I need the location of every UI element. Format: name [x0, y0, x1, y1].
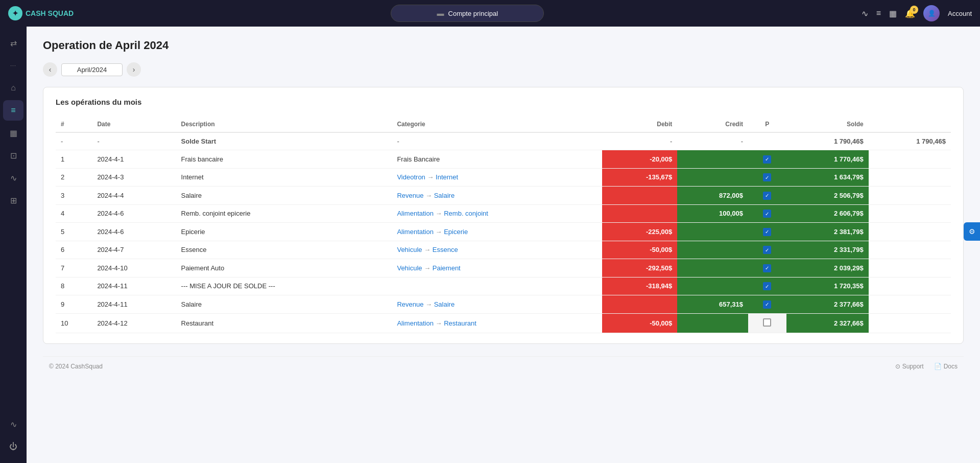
- avatar[interactable]: 👤: [923, 5, 940, 21]
- cell-credit: [677, 241, 748, 259]
- checkbox-checked[interactable]: ✓: [763, 300, 771, 309]
- cell-categorie[interactable]: Vehicule → Essence: [392, 241, 602, 259]
- cell-num: 7: [56, 259, 92, 277]
- sidebar-item-calendar[interactable]: ▦: [3, 123, 23, 143]
- table-row: 102024-4-12RestaurantAlimentation → Rest…: [56, 313, 951, 333]
- col-credit: Credit: [677, 117, 748, 132]
- checkbox-checked[interactable]: ✓: [763, 173, 771, 181]
- cell-categorie[interactable]: Vehicule → Paiement: [392, 259, 602, 277]
- card-title: Les opérations du mois: [56, 98, 951, 106]
- account-selector-label: Compte principal: [448, 10, 498, 17]
- arrow-icon: →: [425, 300, 434, 308]
- sidebar-item-activity[interactable]: ∿: [3, 414, 23, 434]
- cell-categorie[interactable]: Alimentation → Remb. conjoint: [392, 204, 602, 223]
- arrow-icon: →: [425, 192, 434, 199]
- arrow-icon: →: [424, 246, 433, 253]
- cell-p[interactable]: ✓: [748, 223, 786, 241]
- checkbox-unchecked[interactable]: [763, 318, 771, 327]
- cell-p[interactable]: ✓: [748, 204, 786, 223]
- activity-icon[interactable]: ∿: [862, 9, 868, 18]
- cell-p[interactable]: ✓: [748, 187, 786, 205]
- category-link[interactable]: Revenue → Salaire: [397, 300, 455, 308]
- checkbox-checked[interactable]: ✓: [763, 192, 771, 200]
- cell-solde: 2 506,79$: [786, 187, 869, 205]
- sidebar-item-chart[interactable]: ∿: [3, 168, 23, 188]
- cell-p[interactable]: ✓: [748, 259, 786, 277]
- category-link[interactable]: Revenue → Salaire: [397, 192, 455, 199]
- account-label[interactable]: Account: [948, 10, 972, 17]
- checkbox-checked[interactable]: ✓: [763, 246, 771, 254]
- docs-link[interactable]: 📄 Docs: [934, 363, 958, 370]
- checkbox-checked[interactable]: ✓: [763, 264, 771, 272]
- cell-solde: 1 720,35$: [786, 277, 869, 295]
- cell-credit: [677, 313, 748, 333]
- menu-icon[interactable]: ≡: [876, 9, 881, 18]
- cell-categorie[interactable]: Alimentation → Restaurant: [392, 313, 602, 333]
- col-categorie: Categorie: [392, 117, 602, 132]
- sidebar-item-home[interactable]: ⌂: [3, 78, 23, 98]
- cell-num: -: [56, 132, 92, 150]
- cell-categorie[interactable]: Videotron → Internet: [392, 168, 602, 187]
- sidebar-item-power[interactable]: ⏻: [3, 436, 23, 457]
- checkbox-checked[interactable]: ✓: [763, 155, 771, 164]
- cell-debit: -318,94$: [602, 277, 678, 295]
- sidebar-item-report[interactable]: ⊞: [3, 190, 23, 211]
- cell-num: 9: [56, 295, 92, 314]
- cell-description: Remb. conjoint epicerie: [176, 204, 392, 223]
- category-link[interactable]: Alimentation → Remb. conjoint: [397, 210, 488, 217]
- cell-p[interactable]: ✓: [748, 277, 786, 295]
- cell-date: 2024-4-7: [92, 241, 176, 259]
- cell-categorie[interactable]: Revenue → Salaire: [392, 187, 602, 205]
- category-link[interactable]: Vehicule → Essence: [397, 246, 458, 253]
- period-prev-button[interactable]: ‹: [43, 62, 57, 77]
- cell-debit: [602, 204, 678, 223]
- right-settings-button[interactable]: ⚙: [964, 222, 980, 241]
- checkbox-checked[interactable]: ✓: [763, 210, 771, 218]
- cell-date: 2024-4-11: [92, 277, 176, 295]
- period-next-button[interactable]: ›: [127, 62, 141, 77]
- cell-num: 10: [56, 313, 92, 333]
- cell-date: 2024-4-12: [92, 313, 176, 333]
- cell-solde: 2 606,79$: [786, 204, 869, 223]
- support-link[interactable]: ⊙ Support: [895, 363, 924, 370]
- period-input[interactable]: [61, 63, 123, 76]
- app-name: CASH SQUAD: [26, 9, 74, 17]
- cell-p[interactable]: ✓: [748, 241, 786, 259]
- cell-p[interactable]: [748, 313, 786, 333]
- checkbox-checked[interactable]: ✓: [763, 282, 771, 290]
- cell-solde: 2 039,29$: [786, 259, 869, 277]
- category-link[interactable]: Videotron → Internet: [397, 173, 458, 181]
- category-link[interactable]: Alimentation → Restaurant: [397, 319, 476, 327]
- page-title: Operation de April 2024: [43, 39, 964, 52]
- account-selector[interactable]: ▬ Compte principal: [391, 5, 544, 22]
- cell-categorie[interactable]: Revenue → Salaire: [392, 295, 602, 314]
- cell-p[interactable]: ✓: [748, 295, 786, 314]
- sidebar-item-sync[interactable]: ⇄: [3, 33, 23, 53]
- cell-credit: 100,00$: [677, 204, 748, 223]
- cell-description: Frais bancaire: [176, 150, 392, 169]
- sidebar-item-list[interactable]: ≡: [3, 100, 23, 121]
- cell-date: 2024-4-3: [92, 168, 176, 187]
- arrow-icon: →: [436, 319, 444, 327]
- cell-solde: 2 327,66$: [786, 313, 869, 333]
- cell-date: 2024-4-10: [92, 259, 176, 277]
- sidebar-item-dots[interactable]: ···: [3, 55, 23, 76]
- cell-debit: -50,00$: [602, 313, 678, 333]
- notification-icon[interactable]: 🔔 0: [905, 9, 915, 18]
- col-description: Description: [176, 117, 392, 132]
- category-link[interactable]: Vehicule → Paiement: [397, 264, 460, 272]
- cell-num: 1: [56, 150, 92, 169]
- cell-date: -: [92, 132, 176, 150]
- cell-date: 2024-4-1: [92, 150, 176, 169]
- checkbox-checked[interactable]: ✓: [763, 228, 771, 236]
- cell-p[interactable]: ✓: [748, 168, 786, 187]
- category-link[interactable]: Alimentation → Epicerie: [397, 228, 468, 236]
- cell-categorie[interactable]: Alimentation → Epicerie: [392, 223, 602, 241]
- logo[interactable]: ✦ CASH SQUAD: [8, 6, 74, 20]
- calendar-icon[interactable]: ▦: [889, 9, 897, 18]
- cell-credit: [677, 150, 748, 169]
- cell-p[interactable]: ✓: [748, 150, 786, 169]
- arrow-icon: →: [436, 210, 444, 217]
- sidebar-item-briefcase[interactable]: ⊡: [3, 145, 23, 166]
- topnav-center: ▬ Compte principal: [80, 5, 855, 22]
